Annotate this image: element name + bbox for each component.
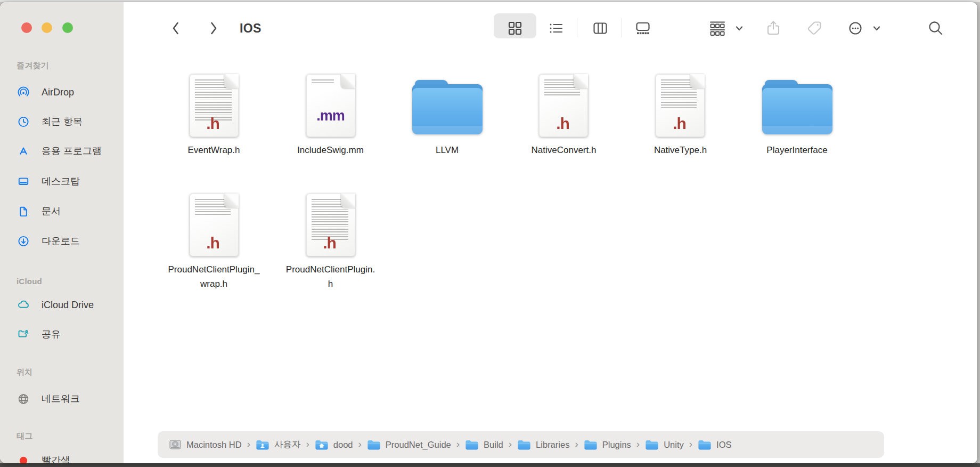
file-name: LLVM (436, 143, 459, 157)
sidebar-item-label: AirDrop (42, 85, 74, 99)
header-file-icon: .h (656, 74, 705, 137)
header-file-icon: .h (190, 74, 239, 137)
path-segment-build[interactable]: Build (465, 439, 503, 450)
sidebar: 즐겨찾기 AirDrop 최근 항목 (0, 2, 124, 463)
app-store-icon (17, 144, 30, 157)
file-ext-badge: .h (190, 115, 236, 133)
path-segment-label: Macintosh HD (186, 440, 242, 450)
path-segment-unity[interactable]: Unity (645, 439, 684, 450)
sidebar-section-tags: 태그 (17, 430, 32, 442)
sidebar-section-icloud: iCloud (17, 276, 42, 287)
folder-icon (584, 439, 598, 450)
cloud-icon (17, 299, 30, 311)
path-segment-label: dood (333, 440, 353, 450)
sidebar-item-label: 빨간색 (42, 453, 70, 463)
file-item[interactable]: PlayerInterface (762, 71, 832, 157)
sidebar-section-favorites: 즐겨찾기 (17, 60, 49, 71)
path-segment-proudnet-guide[interactable]: ProudNet_Guide (367, 439, 451, 450)
path-segment-label: Libraries (536, 440, 569, 450)
file-item[interactable]: LLVM (412, 71, 483, 157)
sidebar-item-label: 다운로드 (42, 234, 80, 248)
shared-folder-icon (17, 328, 30, 341)
path-segment-libraries[interactable]: Libraries (517, 439, 569, 450)
close-window-button[interactable] (21, 22, 32, 33)
toolbar-separator (622, 18, 622, 37)
folder-icon (698, 439, 712, 450)
tag-button[interactable] (806, 20, 823, 37)
sidebar-item-desktop[interactable]: 데스크탑 (0, 174, 124, 188)
users-folder-icon (256, 439, 270, 450)
file-item[interactable]: .h ProudNetClientPlugin_wrap.h (167, 190, 261, 291)
file-item[interactable]: .h ProudNetClientPlugin.h (284, 190, 378, 291)
file-ext-badge: .h (539, 115, 586, 133)
sidebar-item-recents[interactable]: 최근 항목 (0, 115, 124, 128)
path-segment-label: IOS (716, 440, 731, 450)
home-folder-icon (315, 439, 329, 450)
objcpp-file-icon: .mm (306, 74, 355, 137)
path-segment-label: ProudNet_Guide (386, 440, 451, 450)
download-icon (17, 235, 30, 247)
file-item[interactable]: .mm IncludeSwig.mm (297, 71, 364, 157)
path-segment-users[interactable]: 사용자 (256, 439, 301, 450)
path-segment-label: Plugins (602, 440, 631, 450)
toolbar-separator (577, 18, 577, 37)
file-ext-badge: .h (190, 234, 236, 252)
path-bar: Macintosh HD › 사용자 › (158, 431, 884, 458)
path-segment-home[interactable]: dood (315, 439, 353, 450)
file-ext-badge: .h (656, 115, 703, 133)
chevron-right-icon: › (306, 438, 309, 450)
sidebar-item-applications[interactable]: 응용 프로그램 (0, 144, 124, 158)
chevron-right-icon: › (509, 438, 512, 450)
path-segment-plugins[interactable]: Plugins (584, 439, 631, 450)
sidebar-item-label: 네트워크 (42, 392, 80, 406)
window-title: IOS (240, 21, 262, 36)
sidebar-item-red-tag[interactable]: 빨간색 (0, 453, 124, 463)
sidebar-item-shared[interactable]: 공유 (0, 327, 124, 341)
header-file-icon: .h (190, 194, 239, 256)
sidebar-item-airdrop[interactable]: AirDrop (0, 85, 124, 99)
view-gallery-button[interactable] (634, 20, 651, 37)
sidebar-item-network[interactable]: 네트워크 (0, 392, 124, 406)
back-button[interactable] (170, 20, 182, 36)
view-grid-button[interactable] (507, 20, 524, 37)
sidebar-section-locations: 위치 (17, 366, 32, 378)
folder-icon (412, 80, 483, 134)
sidebar-item-icloud-drive[interactable]: iCloud Drive (0, 298, 124, 312)
file-ext-badge: .mm (306, 108, 355, 124)
zoom-window-button[interactable] (62, 22, 73, 33)
share-button[interactable] (765, 20, 782, 37)
file-name: NativeType.h (654, 143, 707, 157)
airdrop-icon (17, 86, 30, 99)
more-options-button[interactable] (847, 20, 864, 37)
group-by-button[interactable] (708, 20, 726, 37)
search-button[interactable] (927, 19, 945, 37)
view-columns-button[interactable] (592, 20, 609, 37)
minimize-window-button[interactable] (42, 22, 52, 33)
sidebar-item-label: 최근 항목 (42, 115, 83, 128)
chevron-right-icon: › (456, 438, 460, 450)
file-name: ProudNetClientPlugin.h (284, 262, 378, 291)
file-item[interactable]: .h EventWrap.h (188, 71, 240, 157)
path-segment-label: 사용자 (274, 439, 301, 450)
file-item[interactable]: .h NativeType.h (654, 71, 707, 157)
sidebar-item-label: 응용 프로그램 (42, 144, 102, 158)
header-file-icon: .h (306, 194, 355, 256)
path-segment-ios[interactable]: IOS (698, 439, 731, 450)
view-list-button[interactable] (548, 20, 565, 37)
sidebar-item-label: 데스크탑 (42, 174, 80, 188)
globe-icon (17, 392, 30, 405)
file-item[interactable]: .h NativeConvert.h (532, 71, 597, 157)
path-segment-macintosh-hd[interactable]: Macintosh HD (169, 439, 242, 450)
hard-drive-icon (169, 439, 182, 450)
sidebar-item-documents[interactable]: 문서 (0, 204, 124, 218)
folder-icon (762, 80, 832, 134)
file-name: EventWrap.h (188, 143, 240, 157)
forward-button[interactable] (208, 20, 219, 36)
file-name: ProudNetClientPlugin_wrap.h (167, 262, 261, 291)
chevron-down-icon[interactable] (735, 24, 744, 33)
sidebar-item-downloads[interactable]: 다운로드 (0, 234, 124, 248)
chevron-down-icon[interactable] (872, 24, 881, 33)
chevron-right-icon: › (575, 438, 578, 450)
chevron-right-icon: › (247, 438, 250, 450)
file-name: NativeConvert.h (532, 143, 597, 157)
